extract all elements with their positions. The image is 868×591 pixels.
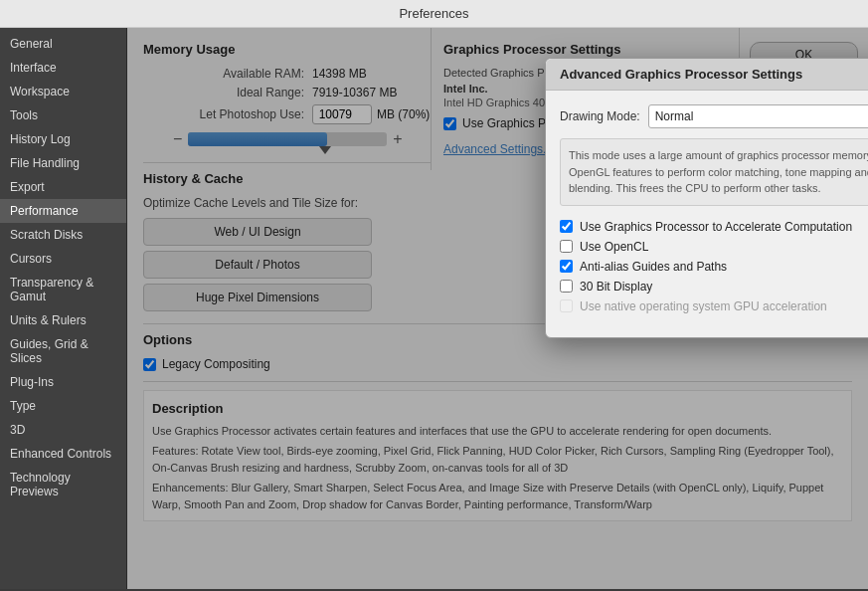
overlay-checkbox-1[interactable]	[560, 240, 573, 253]
sidebar-item-tools[interactable]: Tools	[0, 103, 126, 127]
sidebar: GeneralInterfaceWorkspaceToolsHistory Lo…	[0, 28, 127, 589]
drawing-mode-label: Drawing Mode:	[560, 109, 640, 123]
overlay-checkbox-2[interactable]	[560, 260, 573, 273]
sidebar-item-transparency-gamut[interactable]: Transparency & Gamut	[0, 271, 126, 308]
overlay-checkbox-row-2: Anti-alias Guides and Paths	[560, 260, 868, 274]
overlay-checkboxes: Use Graphics Processor to Accelerate Com…	[560, 220, 868, 313]
drawing-mode-row: Drawing Mode: NormalBasicAdvanced	[560, 104, 868, 128]
sidebar-item-cursors[interactable]: Cursors	[0, 247, 126, 271]
overlay-checkbox-3[interactable]	[560, 280, 573, 293]
sidebar-item-units-rulers[interactable]: Units & Rulers	[0, 308, 126, 332]
overlay-checkbox-4	[560, 299, 573, 312]
sidebar-item-3d[interactable]: 3D	[0, 418, 126, 442]
overlay-checkbox-label-0: Use Graphics Processor to Accelerate Com…	[580, 220, 852, 234]
sidebar-item-file-handling[interactable]: File Handling	[0, 151, 126, 175]
main-content: Memory Usage Available RAM: 14398 MB Ide…	[127, 28, 868, 589]
overlay-checkbox-label-1: Use OpenCL	[580, 240, 648, 254]
overlay-checkbox-row-0: Use Graphics Processor to Accelerate Com…	[560, 220, 868, 234]
sidebar-item-enhanced-controls[interactable]: Enhanced Controls	[0, 442, 126, 466]
title-bar: Preferences	[0, 0, 868, 28]
overlay-checkbox-label-3: 30 Bit Display	[580, 280, 652, 294]
overlay-checkbox-row-4: Use native operating system GPU accelera…	[560, 299, 868, 313]
advanced-gpu-dialog: Advanced Graphics Processor Settings Dra…	[545, 58, 868, 338]
sidebar-item-general[interactable]: General	[0, 32, 126, 56]
overlay-checkbox-row-1: Use OpenCL	[560, 240, 868, 254]
sidebar-item-performance[interactable]: Performance	[0, 199, 126, 223]
overlay-checkbox-label-4: Use native operating system GPU accelera…	[580, 299, 827, 313]
overlay-checkbox-row-3: 30 Bit Display	[560, 280, 868, 294]
overlay-title: Advanced Graphics Processor Settings	[546, 59, 868, 91]
overlay-checkbox-label-2: Anti-alias Guides and Paths	[580, 260, 727, 274]
sidebar-item-type[interactable]: Type	[0, 394, 126, 418]
sidebar-item-history-log[interactable]: History Log	[0, 127, 126, 151]
overlay-checkbox-0[interactable]	[560, 220, 573, 233]
drawing-mode-select[interactable]: NormalBasicAdvanced	[648, 104, 868, 128]
sidebar-item-export[interactable]: Export	[0, 175, 126, 199]
sidebar-item-scratch-disks[interactable]: Scratch Disks	[0, 223, 126, 247]
overlay-body: Drawing Mode: NormalBasicAdvanced This m…	[546, 91, 868, 337]
sidebar-item-technology-previews[interactable]: Technology Previews	[0, 466, 126, 503]
sidebar-item-guides-grid-slices[interactable]: Guides, Grid & Slices	[0, 332, 126, 370]
window-title: Preferences	[399, 6, 468, 21]
sidebar-item-interface[interactable]: Interface	[0, 56, 126, 80]
drawing-mode-description: This mode uses a large amount of graphic…	[560, 138, 868, 206]
sidebar-item-workspace[interactable]: Workspace	[0, 80, 126, 103]
sidebar-item-plug-ins[interactable]: Plug-Ins	[0, 370, 126, 394]
